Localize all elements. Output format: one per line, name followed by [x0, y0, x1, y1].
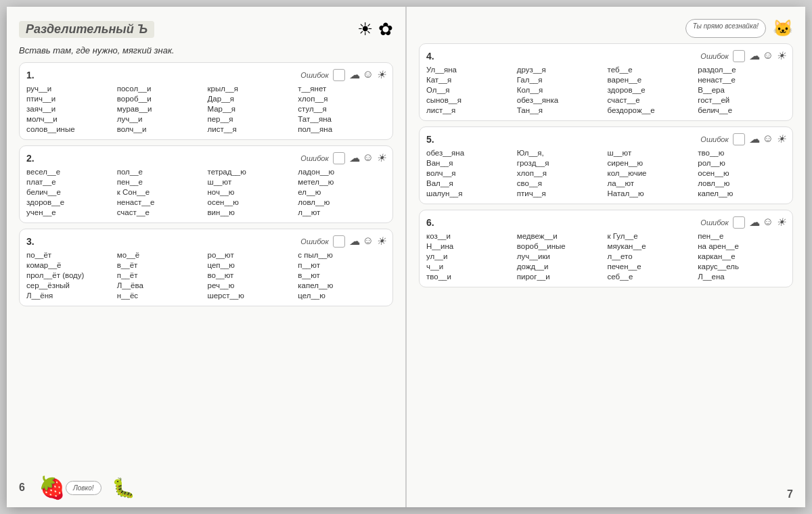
word-item: пол__е	[117, 167, 205, 177]
word-item: Кат__я	[426, 75, 514, 85]
word-item: печен__е	[608, 262, 696, 271]
ex2-error-label: Ошибок	[300, 154, 328, 162]
ex2-words: весел__е пол__е тетрад__ю ладон__ю плат_…	[26, 167, 386, 217]
word-item: Н__ина	[426, 241, 514, 251]
word-item: сынов__я	[426, 95, 514, 105]
ex1-rating: ☁ ☺ ☀	[349, 68, 386, 81]
word-item: метел__ю	[298, 177, 386, 187]
word-item: сер__ёзный	[26, 281, 114, 290]
word-item: Ул__яна	[426, 65, 514, 74]
sun-small-icon: ☀	[376, 68, 386, 81]
word-item: руч__и	[26, 84, 114, 93]
word-item: птич__я	[517, 189, 605, 198]
word-item: ненаст__е	[117, 197, 205, 207]
word-item: Вал__я	[426, 179, 514, 188]
sun-small-icon: ☀	[776, 49, 786, 62]
word-item: Дар__я	[208, 94, 296, 103]
word-item: белич__е	[26, 187, 114, 197]
header-icons-left: ☀ ✿	[357, 19, 393, 40]
ex6-error-box: Ошибок ☁ ☺ ☀	[700, 216, 786, 229]
ex3-words: по__ёт мо__ё ро__ют с пыл__ю комар__ё в_…	[26, 250, 386, 300]
word-item: тво__и	[426, 272, 514, 281]
word-item: гост__ей	[698, 95, 786, 105]
cloud-icon: ☁	[749, 49, 760, 62]
word-item: счаст__е	[608, 95, 696, 105]
ex2-error-square[interactable]	[333, 152, 345, 164]
ex5-rating: ☁ ☺ ☀	[749, 133, 786, 145]
ex3-error-box: Ошибок ☁ ☺ ☀	[300, 235, 386, 248]
ex4-error-square[interactable]	[733, 50, 745, 62]
word-item: обез__яна	[426, 148, 514, 158]
ex1-error-square[interactable]	[333, 69, 345, 81]
word-item: ро__ют	[208, 250, 296, 260]
ex5-words: обез__яна Юл__я, ш__ют тво__ю Ван__я гро…	[426, 148, 786, 198]
word-item: ноч__ю	[208, 187, 296, 197]
word-item: пер__я	[208, 114, 296, 124]
ex2-rating: ☁ ☺ ☀	[349, 151, 386, 164]
word-item: волч__я	[426, 168, 514, 178]
ex3-number: 3.	[26, 236, 35, 247]
word-item: Ван__я	[426, 158, 514, 168]
right-footer: 7	[407, 488, 805, 500]
word-item: Мар__я	[208, 104, 296, 114]
word-item: л__ют	[298, 208, 386, 217]
word-item: мяукан__е	[608, 241, 696, 251]
word-item: здоров__е	[608, 85, 696, 95]
ex4-words: Ул__яна друз__я теб__е раздол__е Кат__я …	[426, 65, 786, 115]
cloud-icon: ☁	[749, 216, 760, 229]
word-item: тетрад__ю	[208, 167, 296, 177]
word-item: л__ето	[608, 252, 696, 261]
word-item: пен__е	[117, 177, 205, 187]
ex3-error-square[interactable]	[333, 235, 345, 248]
worm-decorative-icon: 🐛	[112, 477, 135, 499]
word-item: дожд__и	[517, 262, 605, 271]
word-item: раздол__е	[698, 65, 786, 74]
word-item: грозд__я	[517, 158, 605, 168]
ex5-error-square[interactable]	[733, 133, 745, 145]
word-item: пен__е	[698, 231, 786, 241]
word-item: хлоп__я	[298, 94, 386, 103]
ex6-error-square[interactable]	[733, 216, 745, 229]
ex5-number: 5.	[426, 134, 434, 145]
word-item: обез__янка	[517, 95, 605, 105]
word-item: каркан__е	[698, 252, 786, 261]
left-page-num: 6	[19, 482, 25, 494]
word-item: Юл__я,	[517, 148, 605, 158]
word-item: друз__я	[517, 65, 605, 74]
word-item: п__ют	[298, 260, 386, 270]
speech-bubble-header: Ты прямо всезнайка!	[685, 19, 766, 38]
word-item: Л__ена	[698, 272, 786, 281]
word-item: птич__и	[26, 94, 114, 103]
word-item: комар__ё	[26, 260, 114, 270]
word-item: ел__ю	[298, 187, 386, 197]
word-item: сирен__ю	[608, 158, 696, 168]
word-item: Тат__яна	[298, 114, 386, 124]
ex2-number: 2.	[26, 153, 35, 164]
word-item: на арен__е	[698, 241, 786, 251]
word-item: пирог__и	[517, 272, 605, 281]
word-item: к Сон__е	[117, 187, 205, 197]
word-item: Кол__я	[517, 85, 605, 95]
sun-small-icon: ☀	[376, 151, 386, 164]
sun-small-icon: ☀	[776, 133, 786, 145]
word-item: посол__и	[117, 84, 205, 93]
word-item: коз__и	[426, 231, 514, 241]
ex6-error-label: Ошибок	[700, 218, 728, 227]
word-item: пол__яна	[298, 124, 386, 134]
ex3-error-label: Ошибок	[300, 237, 328, 246]
word-item: учен__е	[26, 208, 114, 217]
ex4-number: 4.	[426, 51, 434, 62]
ex6-rating: ☁ ☺ ☀	[749, 216, 786, 229]
ex1-error-label: Ошибок	[300, 71, 328, 79]
smiley-icon: ☺	[763, 49, 773, 62]
exercise-4: 4. Ошибок ☁ ☺ ☀ Ул__яна друз__я теб__	[419, 43, 793, 121]
word-item: плат__е	[26, 177, 114, 187]
word-item: п__ёт	[117, 271, 205, 280]
cloud-icon: ☁	[349, 68, 360, 81]
book-spread: Разделительный Ъ ☀ ✿ Вставь там, где нуж…	[7, 7, 805, 507]
word-item: ул__и	[426, 252, 514, 261]
word-item: молч__и	[26, 114, 114, 124]
word-item: Ол__я	[426, 85, 514, 95]
word-item: с пыл__ю	[298, 250, 386, 260]
ex6-header: 6. Ошибок ☁ ☺ ☀	[426, 216, 786, 229]
